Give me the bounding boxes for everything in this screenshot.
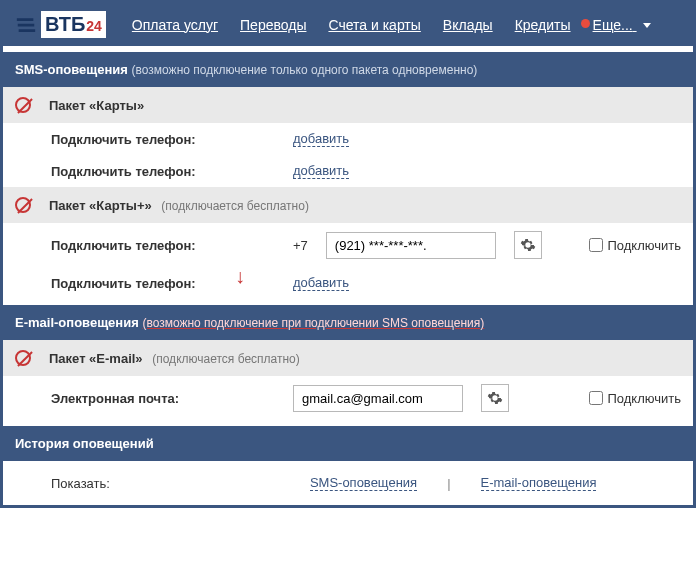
history-row: Показать: SMS-оповещения | E-mail-оповещ… [3, 461, 693, 505]
nav-pay[interactable]: Оплата услуг [132, 17, 218, 33]
pkg1-phone-row-2: Подключить телефон: добавить [3, 155, 693, 187]
email-section-header: E-mail-оповещения (возможно подключение … [3, 305, 693, 340]
nav-accounts[interactable]: Счета и карты [328, 17, 420, 33]
add-phone-link[interactable]: добавить [293, 131, 349, 147]
gear-icon [520, 237, 536, 253]
phone-prefix: +7 [293, 238, 308, 253]
connect-checkbox[interactable] [589, 238, 603, 252]
pkg-cards-plus-row: Пакет «Карты+» (подключается бесплатно) [3, 187, 693, 223]
pkg-cards-row: Пакет «Карты» [3, 87, 693, 123]
pkg-email-title: Пакет «E-mail» (подключается бесплатно) [49, 351, 300, 366]
pkg-email-row: Пакет «E-mail» (подключается бесплатно) [3, 340, 693, 376]
logo: ВТБ24 [15, 11, 106, 38]
phone-label: Подключить телефон: [51, 132, 281, 147]
history-title: История оповещений [15, 436, 154, 451]
pkg-email-note: (подключается бесплатно) [152, 352, 300, 366]
header: ВТБ24 Оплата услуг Переводы Счета и карт… [3, 3, 693, 46]
history-section-header: История оповещений [3, 426, 693, 461]
nav-deposits[interactable]: Вклады [443, 17, 493, 33]
connect-checkbox-wrap[interactable]: Подключить [589, 238, 681, 253]
logo-icon [15, 14, 37, 36]
sms-note: (возможно подключение только одного паке… [132, 63, 478, 77]
disabled-icon [15, 197, 31, 213]
history-show-label: Показать: [51, 476, 110, 491]
email-note: (возможно подключение при подключении SM… [142, 316, 484, 330]
pkg2-phone-row-1: Подключить телефон: +7 Подключить [3, 223, 693, 267]
sms-section-header: SMS-оповещения (возможно подключение тол… [3, 52, 693, 87]
gear-icon [487, 390, 503, 406]
nav-more-label: Еще... [593, 17, 633, 33]
disabled-icon [15, 350, 31, 366]
pkg2-title-text: Пакет «Карты+» [49, 198, 152, 213]
connect-label: Подключить [607, 238, 681, 253]
phone-input[interactable] [326, 232, 496, 259]
chevron-down-icon [643, 23, 651, 28]
phone-label: Подключить телефон: [51, 276, 281, 291]
pkg-cards-plus-title: Пакет «Карты+» (подключается бесплатно) [49, 198, 309, 213]
main-nav: Оплата услуг Переводы Счета и карты Вкла… [132, 17, 651, 33]
nav-more[interactable]: Еще... [593, 17, 651, 33]
logo-text: ВТБ24 [41, 11, 106, 38]
history-email-link[interactable]: E-mail-оповещения [481, 475, 597, 491]
history-sms-link[interactable]: SMS-оповещения [310, 475, 417, 491]
email-input[interactable] [293, 385, 463, 412]
gear-button[interactable] [481, 384, 509, 412]
pkg2-phone-row-2: ↓ Подключить телефон: добавить [3, 267, 693, 299]
pkg2-note: (подключается бесплатно) [161, 199, 309, 213]
gear-button[interactable] [514, 231, 542, 259]
nav-transfers[interactable]: Переводы [240, 17, 306, 33]
connect-checkbox-wrap[interactable]: Подключить [589, 391, 681, 406]
disabled-icon [15, 97, 31, 113]
connect-checkbox[interactable] [589, 391, 603, 405]
nav-credits[interactable]: Кредиты [515, 17, 571, 33]
pkg-email-title-text: Пакет «E-mail» [49, 351, 143, 366]
pkg-cards-title: Пакет «Карты» [49, 98, 144, 113]
email-field-row: Электронная почта: Подключить [3, 376, 693, 420]
add-phone-link[interactable]: добавить [293, 275, 349, 291]
phone-label: Подключить телефон: [51, 238, 281, 253]
email-label: Электронная почта: [51, 391, 281, 406]
pkg1-phone-row-1: Подключить телефон: добавить [3, 123, 693, 155]
alert-icon [581, 19, 590, 28]
phone-label: Подключить телефон: [51, 164, 281, 179]
connect-label: Подключить [607, 391, 681, 406]
divider: | [447, 476, 450, 491]
email-title: E-mail-оповещения [15, 315, 139, 330]
sms-title: SMS-оповещения [15, 62, 128, 77]
add-phone-link[interactable]: добавить [293, 163, 349, 179]
